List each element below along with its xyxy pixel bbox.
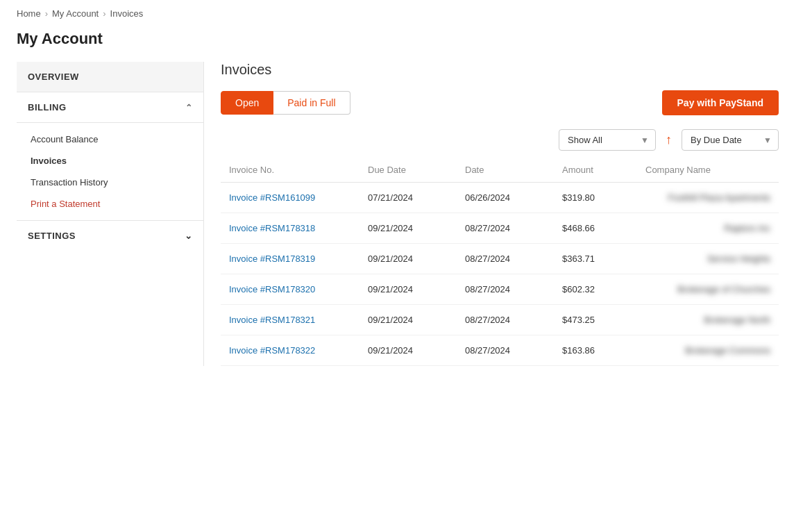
sidebar-billing-label: BILLING	[28, 102, 67, 113]
sort-direction-icon[interactable]: ↑	[663, 130, 675, 150]
breadcrumb-sep-1: ›	[45, 8, 48, 19]
sidebar-settings-header[interactable]: SETTINGS ⌄	[17, 221, 203, 251]
table-cell: 09/21/2024	[360, 274, 457, 305]
th-due-date: Due Date	[360, 158, 457, 183]
table-cell: 06/26/2024	[457, 183, 554, 213]
invoice-link[interactable]: Invoice #RSM178318	[229, 223, 315, 233]
breadcrumb-sep-2: ›	[103, 8, 105, 19]
invoice-table: Invoice No. Due Date Date Amount Company…	[221, 158, 779, 366]
tab-paid[interactable]: Paid in Full	[273, 91, 350, 115]
sidebar: OVERVIEW BILLING ⌃ Account BalanceInvoic…	[17, 62, 204, 366]
table-cell: 08/27/2024	[457, 305, 554, 335]
page-wrapper: Home › My Account › Invoices My Account …	[0, 0, 812, 374]
invoice-tabs: OpenPaid in Full	[221, 91, 350, 115]
company-name-cell: Brokerage North	[637, 305, 779, 335]
invoice-link[interactable]: Invoice #RSM161099	[229, 192, 315, 203]
breadcrumb-current: Invoices	[110, 8, 144, 19]
company-name-cell: Service Heights	[637, 244, 779, 274]
chevron-down-icon: ⌄	[185, 231, 193, 241]
th-invoice-no: Invoice No.	[221, 158, 360, 183]
table-row: Invoice #RSM17832009/21/202408/27/2024$6…	[221, 274, 779, 305]
th-company-name: Company Name	[637, 158, 779, 183]
table-cell: $319.80	[554, 183, 637, 213]
table-cell: $363.71	[554, 244, 637, 274]
th-date: Date	[457, 158, 554, 183]
sidebar-billing-header[interactable]: BILLING ⌃	[17, 92, 203, 123]
sort-select-wrapper: By Due DateBy DateBy AmountBy Invoice No…	[682, 129, 779, 151]
invoice-link[interactable]: Invoice #RSM178319	[229, 254, 315, 264]
company-name-cell: Brokerage Commons	[637, 335, 779, 366]
table-cell: $473.25	[554, 305, 637, 335]
table-row: Invoice #RSM17831809/21/202408/27/2024$4…	[221, 213, 779, 244]
table-row: Invoice #RSM17832209/21/202408/27/2024$1…	[221, 335, 779, 366]
show-all-select[interactable]: Show AllShow OpenShow Paid	[559, 129, 656, 151]
table-row: Invoice #RSM16109907/21/202406/26/2024$3…	[221, 183, 779, 213]
table-header-row: Invoice No. Due Date Date Amount Company…	[221, 158, 779, 183]
transaction-history-link[interactable]: Transaction History	[17, 172, 203, 193]
table-cell: $468.66	[554, 213, 637, 244]
breadcrumb-home[interactable]: Home	[17, 8, 41, 19]
table-cell: $163.86	[554, 335, 637, 366]
invoice-link[interactable]: Invoice #RSM178320	[229, 284, 315, 294]
table-cell: 08/27/2024	[457, 274, 554, 305]
table-cell: 09/21/2024	[360, 305, 457, 335]
show-all-select-wrapper: Show AllShow OpenShow Paid ▼	[559, 129, 656, 151]
sidebar-settings-label: SETTINGS	[28, 231, 76, 241]
tabs-row: OpenPaid in Full Pay with PayStand	[221, 90, 779, 115]
invoice-table-body: Invoice #RSM16109907/21/202406/26/2024$3…	[221, 183, 779, 366]
sort-select[interactable]: By Due DateBy DateBy AmountBy Invoice No…	[682, 129, 779, 151]
table-row: Invoice #RSM17832109/21/202408/27/2024$4…	[221, 305, 779, 335]
invoices-section-title: Invoices	[221, 62, 779, 78]
table-cell: 09/21/2024	[360, 335, 457, 366]
company-name-cell: Brokerage of Churches	[637, 274, 779, 305]
table-cell: 09/21/2024	[360, 213, 457, 244]
table-cell: 08/27/2024	[457, 335, 554, 366]
company-name-cell: Raptors Inc	[637, 213, 779, 244]
pay-with-paystand-button[interactable]: Pay with PayStand	[662, 90, 779, 115]
table-cell: $602.32	[554, 274, 637, 305]
layout: OVERVIEW BILLING ⌃ Account BalanceInvoic…	[17, 62, 795, 366]
chevron-up-icon: ⌃	[185, 103, 193, 113]
sidebar-item-overview[interactable]: OVERVIEW	[17, 62, 203, 92]
account-balance-link[interactable]: Account Balance	[17, 128, 203, 150]
table-cell: 07/21/2024	[360, 183, 457, 213]
table-cell: 09/21/2024	[360, 244, 457, 274]
tab-open[interactable]: Open	[221, 91, 273, 115]
table-cell: 08/27/2024	[457, 244, 554, 274]
sidebar-billing-items: Account BalanceInvoicesTransaction Histo…	[17, 123, 203, 221]
print-statement-link[interactable]: Print a Statement	[17, 193, 203, 215]
company-name-cell: Foothill Plaza Apartments	[637, 183, 779, 213]
page-title: My Account	[17, 30, 795, 48]
main-content: Invoices OpenPaid in Full Pay with PaySt…	[204, 62, 795, 366]
filters-row: Show AllShow OpenShow Paid ▼ ↑ By Due Da…	[221, 129, 779, 151]
table-cell: 08/27/2024	[457, 213, 554, 244]
breadcrumb: Home › My Account › Invoices	[17, 8, 795, 19]
breadcrumb-account[interactable]: My Account	[52, 8, 99, 19]
invoice-link[interactable]: Invoice #RSM178322	[229, 345, 315, 356]
th-amount: Amount	[554, 158, 637, 183]
table-head: Invoice No. Due Date Date Amount Company…	[221, 158, 779, 183]
table-row: Invoice #RSM17831909/21/202408/27/2024$3…	[221, 244, 779, 274]
invoice-link[interactable]: Invoice #RSM178321	[229, 315, 315, 325]
invoices-link[interactable]: Invoices	[17, 150, 203, 172]
